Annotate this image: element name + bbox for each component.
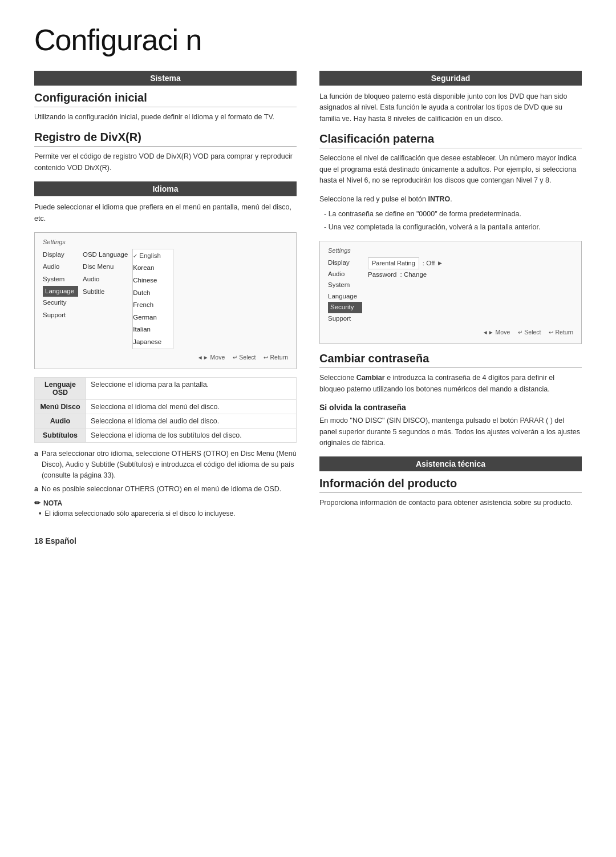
settings-col2: OSD Language Disc Menu Audio Subtitle — [83, 249, 128, 349]
intro-bold: INTRO — [428, 195, 450, 203]
page-num-label: Español — [45, 536, 76, 545]
nav-select: ↵ Select — [233, 354, 256, 361]
informacion-title: Información del producto — [319, 477, 582, 493]
list-a2-text: No es posible seleccionar OTHERS (OTRO) … — [42, 484, 281, 495]
config-inicial-body: Utilizando la configuración inicial, pue… — [34, 112, 297, 123]
clasificacion-body1: Seleccione el nivel de calificación que … — [319, 153, 582, 186]
nav-move-r: ◄► Move — [483, 329, 510, 335]
sr-security: Security — [328, 302, 362, 313]
lang-sub-label: Subtítulos — [35, 428, 86, 443]
lang-table: LenguajeOSD Seleccione el idioma para la… — [34, 377, 297, 443]
move-icon: ◄► — [197, 354, 209, 361]
seguridad-header: Seguridad — [319, 71, 582, 86]
parental-label: Parental Rating — [368, 257, 419, 269]
settings-col3: English Korean Chinese Dutch French Germ… — [132, 249, 173, 349]
settings-box-right: Settings Display Audio System Language S… — [319, 241, 582, 344]
si-olvida-subtitle: Si olvida la contraseña — [319, 403, 582, 412]
nota-title: ✏ NOTA — [34, 499, 297, 507]
settings-box-left-title: Settings — [43, 238, 288, 245]
lang-audio-desc: Selecciona el idioma del audio del disco… — [86, 414, 297, 428]
dash-item-2: - Una vez completada la configuración, v… — [319, 222, 582, 233]
parental-arrow: ▶ — [438, 259, 442, 268]
lang-japanese: Japanese — [133, 336, 173, 349]
table-row: Audio Selecciona el idioma del audio del… — [35, 414, 297, 428]
settings-box-left: Settings Display Audio System Language S… — [34, 232, 297, 369]
nav-return-r: ↩ Return — [549, 329, 573, 335]
move-icon-r: ◄► — [483, 329, 494, 335]
cambiar-bold: Cambiar — [356, 374, 385, 382]
settings-osd-lang: OSD Language — [83, 249, 128, 261]
table-row: LenguajeOSD Seleccione el idioma para la… — [35, 378, 297, 400]
clasificacion-title: Clasificación paterna — [319, 132, 582, 148]
registro-divx-body: Permite ver el código de registro VOD de… — [34, 151, 297, 173]
list-a1-text: Para seleccionar otro idioma, seleccione… — [42, 448, 297, 480]
parental-row: Parental Rating : Off ▶ — [368, 257, 442, 269]
nav-select-r: ↵ Select — [518, 329, 541, 335]
lang-osd-desc: Seleccione el idioma para la pantalla. — [86, 378, 297, 400]
settings-col1: Display Audio System Language Security S… — [43, 249, 78, 349]
settings-item-language: Language — [43, 286, 78, 297]
page-number: 18 Español — [34, 536, 582, 545]
sistema-header: Sistema — [34, 71, 297, 86]
cambiar-title: Cambiar contraseña — [319, 352, 582, 368]
settings-right-inner: Display Audio System Language Security S… — [328, 257, 573, 324]
sr-language: Language — [328, 291, 362, 302]
lang-french: French — [133, 299, 173, 312]
right-column: Seguridad La función de bloqueo paterno … — [319, 71, 582, 519]
dash-item-1: - La contraseña se define en "0000" de f… — [319, 209, 582, 220]
idioma-header: Idioma — [34, 181, 297, 196]
lang-italian: Italian — [133, 324, 173, 336]
select-icon-r: ↵ — [518, 329, 522, 335]
config-inicial-title: Configuración inicial — [34, 91, 297, 107]
nota-label: NOTA — [43, 499, 62, 507]
lang-list: English Korean Chinese Dutch French Germ… — [132, 249, 173, 349]
bullet-a1: a — [34, 448, 38, 480]
password-row: Password : Change — [368, 269, 442, 281]
lang-chinese: Chinese — [133, 274, 173, 287]
lang-disc-label: Menú Disco — [35, 400, 86, 414]
sr-audio: Audio — [328, 269, 362, 280]
nav-return: ↩ Return — [264, 354, 288, 361]
password-label: Password — [368, 269, 397, 281]
pencil-icon: ✏ — [34, 499, 40, 507]
registro-divx-title: Registro de DivX(R) — [34, 131, 297, 147]
settings-box-right-title: Settings — [328, 247, 573, 254]
nota-item-1-text: El idioma seleccionado sólo aparecería s… — [44, 510, 235, 518]
lang-sub-desc: Selecciona el idioma de los subtítulos d… — [86, 428, 297, 443]
list-item-a1: a Para seleccionar otro idioma, seleccio… — [34, 448, 297, 480]
sr-display: Display — [328, 257, 362, 269]
sr-col1: Display Audio System Language Security S… — [328, 257, 362, 324]
password-val: : Change — [400, 269, 427, 281]
clasificacion-body2: Seleccione la red y pulse el botón INTRO… — [319, 194, 582, 205]
page-title: Configuraci n — [34, 23, 582, 57]
settings-item-audio: Audio — [43, 261, 78, 273]
sr-support: Support — [328, 313, 362, 325]
lang-german: German — [133, 312, 173, 324]
settings-disc-menu: Disc Menu — [83, 261, 128, 273]
idioma-body: Puede seleccionar el idioma que prefiera… — [34, 202, 297, 224]
select-icon: ↵ — [233, 354, 237, 361]
settings-inner-left: Display Audio System Language Security S… — [43, 249, 288, 349]
settings-subtitle: Subtitle — [83, 286, 128, 298]
settings-item-display: Display — [43, 249, 78, 261]
seguridad-body: La función de bloqueo paterno está dispo… — [319, 91, 582, 124]
asistencia-header: Asistencia técnica — [319, 456, 582, 471]
dash-1-text: - La contraseña se define en "0000" de f… — [324, 209, 521, 220]
lang-korean: Korean — [133, 262, 173, 274]
table-row: Subtítulos Selecciona el idioma de los s… — [35, 428, 297, 443]
table-row: Menú Disco Selecciona el idioma del menú… — [35, 400, 297, 414]
parental-off: : Off — [423, 258, 435, 269]
lang-english: English — [133, 250, 173, 262]
sr-col2: Parental Rating : Off ▶ Password : Chang… — [368, 257, 442, 324]
settings-item-system: System — [43, 273, 78, 286]
left-column: Sistema Configuración inicial Utilizando… — [34, 71, 297, 519]
list-item-a2: a No es posible seleccionar OTHERS (OTRO… — [34, 484, 297, 495]
sr-system: System — [328, 280, 362, 291]
settings-audio: Audio — [83, 273, 128, 286]
settings-nav-right: ◄► Move ↵ Select ↩ Return — [328, 329, 573, 335]
bullet-a2: a — [34, 484, 38, 495]
nota-section: ✏ NOTA El idioma seleccionado sólo apare… — [34, 499, 297, 518]
informacion-body: Proporciona información de contacto para… — [319, 498, 582, 508]
si-olvida-body: En modo "NO DISC" (SIN DISCO), mantenga … — [319, 415, 582, 448]
cambiar-body: Seleccione Cambiar e introduzca la contr… — [319, 373, 582, 395]
